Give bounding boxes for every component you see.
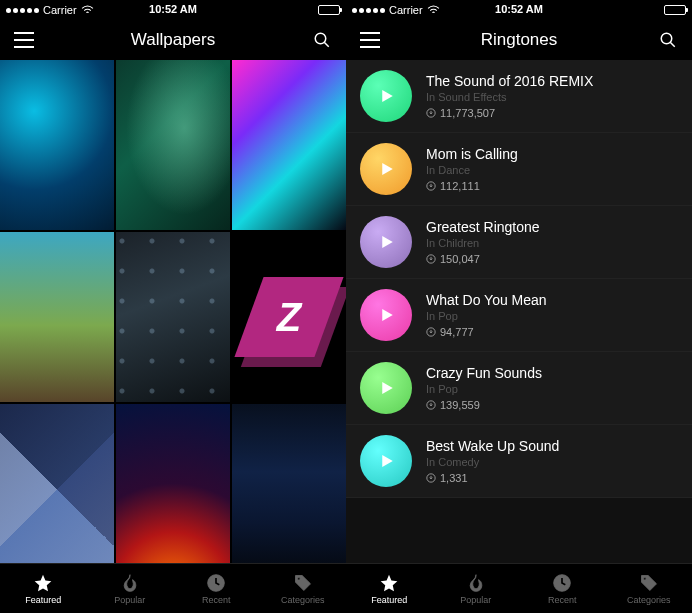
page-title: Wallpapers	[36, 30, 310, 50]
nav-bar: Ringtones	[346, 20, 692, 60]
play-button[interactable]	[360, 289, 412, 341]
tab-label: Categories	[281, 595, 325, 605]
download-icon	[426, 181, 436, 191]
svg-rect-0	[14, 32, 34, 34]
search-icon	[313, 31, 331, 49]
ringtone-row[interactable]: What Do You MeanIn Pop94,777	[346, 279, 692, 352]
tab-categories[interactable]: Categories	[260, 564, 347, 613]
ringtone-downloads: 1,331	[426, 472, 678, 484]
ringtone-category: In Comedy	[426, 456, 678, 468]
ringtone-title: Best Wake Up Sound	[426, 438, 678, 454]
flame-icon	[120, 573, 140, 593]
svg-point-19	[643, 577, 646, 580]
play-button[interactable]	[360, 435, 412, 487]
svg-rect-7	[360, 32, 380, 34]
wallpaper-tile[interactable]	[116, 60, 230, 230]
search-button[interactable]	[310, 28, 334, 52]
ringtones-screen: Carrier 10:52 AM Ringtones The Sound of …	[346, 0, 692, 613]
download-icon	[426, 254, 436, 264]
ringtone-title: Crazy Fun Sounds	[426, 365, 678, 381]
nav-bar: Wallpapers	[0, 20, 346, 60]
tab-label: Recent	[548, 595, 577, 605]
hamburger-icon	[14, 32, 34, 48]
ringtone-row[interactable]: Crazy Fun SoundsIn Pop139,559	[346, 352, 692, 425]
menu-button[interactable]	[12, 28, 36, 52]
status-bar: Carrier 10:52 AM	[346, 0, 692, 20]
ringtone-downloads: 150,047	[426, 253, 678, 265]
svg-point-6	[297, 577, 300, 580]
wallpaper-tile[interactable]	[0, 404, 114, 563]
play-icon	[377, 379, 395, 397]
svg-rect-8	[360, 39, 380, 41]
ringtone-downloads: 94,777	[426, 326, 678, 338]
svg-rect-9	[360, 46, 380, 48]
play-icon	[377, 306, 395, 324]
ringtone-category: In Pop	[426, 383, 678, 395]
wallpaper-tile[interactable]	[116, 232, 230, 402]
tab-recent[interactable]: Recent	[519, 564, 606, 613]
play-button[interactable]	[360, 216, 412, 268]
search-button[interactable]	[656, 28, 680, 52]
star-icon	[379, 573, 399, 593]
ringtone-category: In Sound Effects	[426, 91, 678, 103]
tab-label: Recent	[202, 595, 231, 605]
wallpaper-grid: Z	[0, 60, 346, 563]
tab-popular[interactable]: Popular	[87, 564, 174, 613]
ringtone-category: In Children	[426, 237, 678, 249]
play-button[interactable]	[360, 70, 412, 122]
tab-label: Popular	[460, 595, 491, 605]
wifi-icon	[81, 5, 94, 15]
wallpaper-tile[interactable]	[0, 232, 114, 402]
zedge-logo-icon: Z	[234, 277, 343, 357]
svg-point-3	[315, 33, 326, 44]
star-icon	[33, 573, 53, 593]
battery-icon	[664, 5, 686, 15]
wallpaper-tile[interactable]	[116, 404, 230, 563]
tab-label: Featured	[371, 595, 407, 605]
play-icon	[377, 233, 395, 251]
page-title: Ringtones	[382, 30, 656, 50]
tab-popular[interactable]: Popular	[433, 564, 520, 613]
ringtone-list[interactable]: The Sound of 2016 REMIXIn Sound Effects1…	[346, 60, 692, 563]
tab-featured[interactable]: Featured	[0, 564, 87, 613]
play-button[interactable]	[360, 143, 412, 195]
tab-categories[interactable]: Categories	[606, 564, 693, 613]
ringtone-row[interactable]: Mom is CallingIn Dance112,111	[346, 133, 692, 206]
tab-recent[interactable]: Recent	[173, 564, 260, 613]
tab-featured[interactable]: Featured	[346, 564, 433, 613]
svg-rect-1	[14, 39, 34, 41]
ringtone-category: In Pop	[426, 310, 678, 322]
play-icon	[377, 452, 395, 470]
signal-dots-icon	[6, 8, 39, 13]
carrier-label: Carrier	[43, 4, 77, 16]
status-bar: Carrier 10:52 AM	[0, 0, 346, 20]
tab-label: Popular	[114, 595, 145, 605]
tab-label: Categories	[627, 595, 671, 605]
download-icon	[426, 327, 436, 337]
search-icon	[659, 31, 677, 49]
wifi-icon	[427, 5, 440, 15]
wallpaper-tile[interactable]	[0, 60, 114, 230]
menu-button[interactable]	[358, 28, 382, 52]
clock-icon	[206, 573, 226, 593]
wallpaper-tile[interactable]	[232, 60, 346, 230]
svg-rect-2	[14, 46, 34, 48]
tag-icon	[293, 573, 313, 593]
download-icon	[426, 400, 436, 410]
play-icon	[377, 87, 395, 105]
ringtone-row[interactable]: The Sound of 2016 REMIXIn Sound Effects1…	[346, 60, 692, 133]
ringtone-downloads: 11,773,507	[426, 107, 678, 119]
ringtone-row[interactable]: Greatest RingtoneIn Children150,047	[346, 206, 692, 279]
ringtone-category: In Dance	[426, 164, 678, 176]
play-button[interactable]	[360, 362, 412, 414]
wallpaper-tile[interactable]	[232, 404, 346, 563]
ringtone-downloads: 139,559	[426, 399, 678, 411]
wallpapers-screen: Carrier 10:52 AM Wallpapers Z Featured	[0, 0, 346, 613]
tag-icon	[639, 573, 659, 593]
tab-bar: Featured Popular Recent Categories	[346, 563, 692, 613]
wallpaper-tile[interactable]: Z	[232, 232, 346, 402]
svg-line-11	[670, 42, 675, 47]
tab-bar: Featured Popular Recent Categories	[0, 563, 346, 613]
ringtone-row[interactable]: Best Wake Up SoundIn Comedy1,331	[346, 425, 692, 498]
signal-dots-icon	[352, 8, 385, 13]
